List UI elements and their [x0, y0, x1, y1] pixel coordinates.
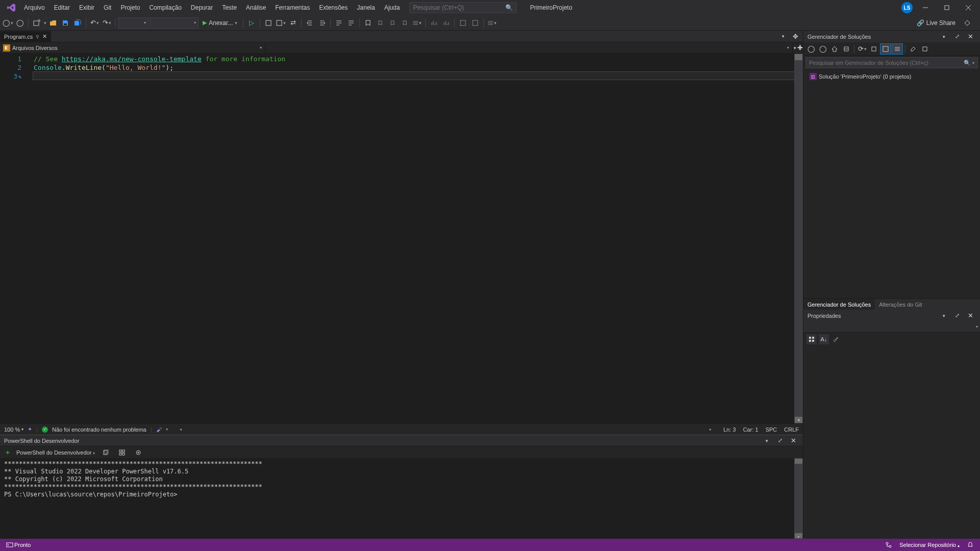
menu-analise[interactable]: Análise [241, 1, 271, 15]
se-forward-button[interactable]: ◯ [817, 43, 828, 55]
menu-arquivo[interactable]: Arquivo [19, 1, 50, 15]
zoom-combo[interactable]: 100 %▾ [4, 427, 23, 433]
se-collapse-button[interactable] [892, 43, 903, 55]
se-dropdown-button[interactable]: ▾ [938, 31, 949, 42]
se-properties-button[interactable] [908, 43, 919, 55]
menu-janela[interactable]: Janela [352, 1, 379, 15]
terminal-add-button[interactable]: ＋ [4, 448, 11, 457]
properties-object-combo[interactable]: ▾ [803, 321, 980, 333]
open-file-button[interactable] [47, 17, 59, 29]
terminal-grid-button[interactable] [116, 447, 128, 458]
se-home-button[interactable] [829, 43, 840, 55]
save-all-button[interactable] [72, 17, 83, 29]
window-minimize-button[interactable] [917, 1, 934, 15]
nav-split-button[interactable]: ▾ [793, 42, 797, 54]
se-close-button[interactable]: ✕ [965, 31, 976, 42]
source-control-icon[interactable] [884, 540, 893, 549]
terminal-dropdown-button[interactable]: ▾ [761, 435, 772, 446]
close-icon[interactable]: ✕ [42, 33, 47, 40]
se-filter-button[interactable] [868, 43, 879, 55]
comment-button[interactable] [333, 17, 345, 29]
uncomment-button[interactable] [346, 17, 357, 29]
terminal-shell-combo[interactable]: PowerShell do Desenvolvedor ▾ [16, 449, 95, 456]
se-back-button[interactable]: ◯ [805, 43, 817, 55]
save-button[interactable] [60, 17, 71, 29]
config-combo[interactable]: ▾ [118, 17, 149, 29]
se-pin-button[interactable]: ⤢ [951, 31, 963, 42]
props-close-button[interactable]: ✕ [965, 310, 976, 321]
menu-editar[interactable]: Editar [50, 1, 75, 15]
bookmark-list-button[interactable]: ▾ [411, 17, 423, 29]
menu-compilacao[interactable]: Compilação [144, 1, 186, 15]
menu-extensoes[interactable]: Extensões [314, 1, 352, 15]
se-sync-button[interactable]: ⟳▾ [856, 43, 868, 55]
indent-less-button[interactable] [304, 17, 315, 29]
terminal-output[interactable]: ****************************************… [0, 458, 803, 539]
select-repo-button[interactable]: Selecionar Repositório ▴ [899, 542, 960, 548]
redo-button[interactable]: ↷▾ [101, 17, 112, 29]
window-maximize-button[interactable] [938, 1, 955, 15]
dropdown-icon[interactable]: ▾ [44, 20, 46, 26]
brush-icon[interactable]: 🖌 [156, 427, 162, 433]
se-switch-view-button[interactable] [841, 43, 852, 55]
toolbox-button-3[interactable]: ⇄ [287, 17, 299, 29]
nav-forward-button[interactable]: ◯ [14, 17, 26, 29]
options-button[interactable]: ▾ [486, 17, 498, 29]
undo-button[interactable]: ↶▾ [89, 17, 100, 29]
global-search-input[interactable] [413, 4, 505, 11]
menu-exibir[interactable]: Exibir [75, 1, 99, 15]
window-button-1[interactable] [457, 17, 469, 29]
solution-name-label[interactable]: PrimeiroProjeto [523, 1, 579, 15]
nav-back-button[interactable]: ◯▾ [2, 17, 13, 29]
props-wrench-button[interactable] [831, 334, 841, 344]
start-nodebug-button[interactable]: ▷ [246, 17, 257, 29]
se-showall-button[interactable] [880, 43, 891, 55]
start-debug-button[interactable]: ▶Anexar...▾ [200, 17, 240, 29]
tab-solution-explorer[interactable]: Gerenciador de Soluções [803, 299, 875, 310]
properties-grid[interactable] [803, 346, 980, 539]
solution-root-node[interactable]: ◫ Solução 'PrimeiroProjeto' (0 projetos) [806, 72, 977, 81]
window-close-button[interactable] [960, 1, 977, 15]
solution-explorer-tree[interactable]: ◫ Solução 'PrimeiroProjeto' (0 projetos) [803, 70, 980, 298]
toolbox-button-1[interactable] [263, 17, 274, 29]
problems-label[interactable]: Não foi encontrado nenhum problema [52, 427, 146, 433]
menu-ajuda[interactable]: Ajuda [380, 1, 405, 15]
tab-program-cs[interactable]: Program.cs ⚲ ✕ [0, 31, 51, 42]
chart-button-2[interactable] [440, 17, 452, 29]
nav-type-combo[interactable]: ▾ [265, 43, 793, 53]
toolbox-button-2[interactable]: ▾ [275, 17, 286, 29]
nav-add-button[interactable]: ✚ [797, 42, 803, 54]
bookmark-prev-button[interactable] [375, 17, 386, 29]
feedback-button[interactable] [962, 17, 973, 29]
window-button-2[interactable] [470, 17, 481, 29]
hscroll-left-icon[interactable]: ◂ [177, 426, 184, 433]
tab-git-changes[interactable]: Alterações do Git [875, 299, 926, 310]
bookmark-button[interactable] [362, 17, 374, 29]
nav-scope-combo[interactable]: ◧ Arquivos Diversos ▾ [0, 43, 265, 53]
code-editor[interactable]: 1 2 3✎ // See https://aka.ms/new-console… [0, 54, 803, 423]
bookmark-clear-button[interactable] [399, 17, 410, 29]
se-preview-button[interactable] [919, 43, 930, 55]
indent-label[interactable]: SPC [766, 427, 777, 433]
global-search-box[interactable]: 🔍 [409, 2, 517, 13]
props-dropdown-button[interactable]: ▾ [938, 310, 949, 321]
scroll-down-icon[interactable]: ▾ [795, 417, 802, 423]
new-project-button[interactable] [31, 17, 42, 29]
live-share-button[interactable]: 🔗 Live Share [914, 17, 959, 29]
indent-more-button[interactable] [316, 17, 328, 29]
platform-combo[interactable]: ▾ [150, 17, 199, 29]
notifications-icon[interactable] [966, 540, 975, 549]
menu-projeto[interactable]: Projeto [116, 1, 144, 15]
terminal-settings-button[interactable] [133, 447, 144, 458]
terminal-pin-button[interactable]: ⤢ [774, 435, 786, 446]
tab-settings-button[interactable]: ✥ [790, 31, 801, 42]
lineend-label[interactable]: CRLF [784, 427, 799, 433]
terminal-scrollbar[interactable]: ▾ [794, 458, 803, 539]
tab-overflow-button[interactable]: ▾ [777, 31, 789, 42]
bookmark-next-button[interactable] [387, 17, 398, 29]
terminal-copy-button[interactable] [100, 447, 111, 458]
solution-explorer-search-input[interactable] [809, 60, 964, 66]
menu-teste[interactable]: Teste [217, 1, 241, 15]
menu-git[interactable]: Git [99, 1, 116, 15]
menu-depurar[interactable]: Depurar [186, 1, 217, 15]
